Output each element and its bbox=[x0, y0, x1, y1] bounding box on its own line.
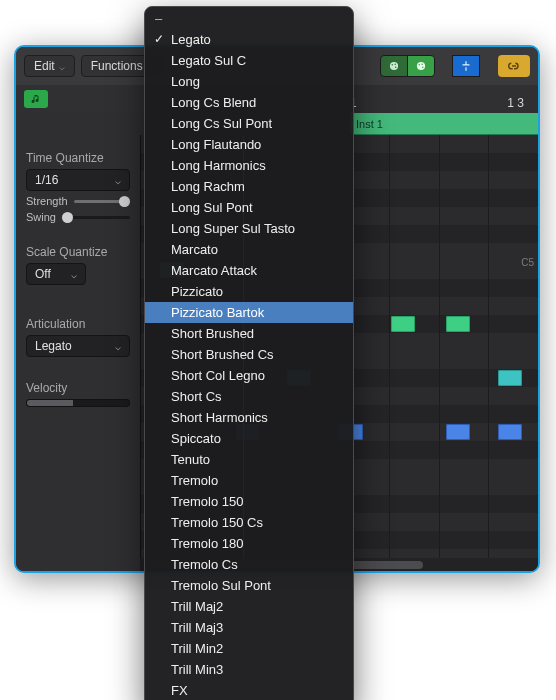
articulation-option[interactable]: Long Cs Sul Pont bbox=[145, 113, 353, 134]
articulation-option-label: Tremolo 150 Cs bbox=[171, 515, 263, 530]
collapse-icon[interactable]: – bbox=[145, 11, 353, 29]
svg-point-5 bbox=[418, 64, 420, 66]
edit-menu-button[interactable]: Edit ⌵ bbox=[24, 55, 75, 77]
midi-note[interactable] bbox=[446, 424, 470, 440]
svg-point-7 bbox=[422, 66, 424, 68]
tool-select-icon[interactable] bbox=[452, 55, 480, 77]
articulation-option[interactable]: Long Harmonics bbox=[145, 155, 353, 176]
velocity-slider[interactable] bbox=[26, 399, 130, 407]
articulation-option[interactable]: FX bbox=[145, 680, 353, 700]
articulation-option[interactable]: Pizzicato Bartok bbox=[145, 302, 353, 323]
articulation-option-label: Trill Maj2 bbox=[171, 599, 223, 614]
articulation-option-label: Pizzicato bbox=[171, 284, 223, 299]
articulation-option[interactable]: Long Rachm bbox=[145, 176, 353, 197]
articulation-option-label: Spiccato bbox=[171, 431, 221, 446]
articulation-option[interactable]: Tremolo bbox=[145, 470, 353, 491]
svg-point-6 bbox=[421, 63, 423, 65]
check-icon: ✓ bbox=[154, 30, 164, 49]
articulation-option-label: Short Cs bbox=[171, 389, 222, 404]
articulation-option-label: Long Flautando bbox=[171, 137, 261, 152]
functions-label: Functions bbox=[91, 59, 143, 73]
midi-note[interactable] bbox=[498, 424, 522, 440]
articulation-option-label: Short Brushed Cs bbox=[171, 347, 274, 362]
track-name: Inst 1 bbox=[356, 118, 383, 130]
articulation-option[interactable]: Tremolo Cs bbox=[145, 554, 353, 575]
edit-label: Edit bbox=[34, 59, 55, 73]
articulation-option[interactable]: Long bbox=[145, 71, 353, 92]
articulation-option[interactable]: Marcato Attack bbox=[145, 260, 353, 281]
articulation-value: Legato bbox=[35, 339, 72, 353]
palette-selected-icon[interactable] bbox=[407, 55, 435, 77]
articulation-option-label: Long Cs Sul Pont bbox=[171, 116, 272, 131]
swing-label: Swing bbox=[26, 211, 56, 223]
articulation-option[interactable]: Legato Sul C bbox=[145, 50, 353, 71]
ruler-bar: 1 3 bbox=[507, 96, 524, 110]
articulation-option[interactable]: Trill Min2 bbox=[145, 638, 353, 659]
articulation-option-label: FX bbox=[171, 683, 188, 698]
articulation-option[interactable]: Long Super Sul Tasto bbox=[145, 218, 353, 239]
articulation-option[interactable]: Tremolo 180 bbox=[145, 533, 353, 554]
articulation-option-label: Tenuto bbox=[171, 452, 210, 467]
articulation-option[interactable]: Tenuto bbox=[145, 449, 353, 470]
palette-icon[interactable] bbox=[380, 55, 408, 77]
time-quantize-label: Time Quantize bbox=[26, 151, 130, 165]
articulation-option[interactable]: Long Cs Blend bbox=[145, 92, 353, 113]
articulation-option-label: Long Cs Blend bbox=[171, 95, 256, 110]
articulation-label: Articulation bbox=[26, 317, 130, 331]
midi-note[interactable] bbox=[446, 316, 470, 332]
color-mode-toggle[interactable] bbox=[381, 55, 435, 77]
chevron-down-icon: ⌵ bbox=[115, 175, 121, 186]
swing-slider[interactable]: Swing bbox=[26, 211, 130, 223]
articulation-option-label: Long Rachm bbox=[171, 179, 245, 194]
articulation-option-label: Tremolo bbox=[171, 473, 218, 488]
region-header[interactable]: Inst 1 bbox=[350, 113, 538, 135]
articulation-option-label: Pizzicato Bartok bbox=[171, 305, 264, 320]
articulation-option[interactable]: Trill Min3 bbox=[145, 659, 353, 680]
articulation-option[interactable]: Short Col Legno bbox=[145, 365, 353, 386]
articulation-option-label: Short Col Legno bbox=[171, 368, 265, 383]
articulation-option-label: Tremolo 180 bbox=[171, 536, 244, 551]
svg-point-4 bbox=[417, 62, 425, 70]
articulation-option[interactable]: Tremolo 150 bbox=[145, 491, 353, 512]
articulation-option-label: Short Brushed bbox=[171, 326, 254, 341]
quantize-strength-slider[interactable]: Strength bbox=[26, 195, 130, 207]
articulation-option-label: Tremolo Cs bbox=[171, 557, 238, 572]
articulation-option[interactable]: Pizzicato bbox=[145, 281, 353, 302]
articulation-option[interactable]: Short Cs bbox=[145, 386, 353, 407]
chevron-down-icon: ⌵ bbox=[59, 61, 65, 72]
chevron-down-icon: ⌵ bbox=[71, 269, 77, 280]
articulation-option[interactable]: Spiccato bbox=[145, 428, 353, 449]
articulation-option[interactable]: Trill Maj2 bbox=[145, 596, 353, 617]
svg-point-0 bbox=[390, 62, 398, 70]
articulation-option[interactable]: Tremolo 150 Cs bbox=[145, 512, 353, 533]
articulation-option[interactable]: Short Harmonics bbox=[145, 407, 353, 428]
articulation-option[interactable]: Marcato bbox=[145, 239, 353, 260]
articulation-option[interactable]: Tremolo Sul Pont bbox=[145, 575, 353, 596]
link-toggle[interactable] bbox=[498, 55, 530, 77]
scale-quantize-label: Scale Quantize bbox=[26, 245, 130, 259]
pitch-label-c5: C5 bbox=[521, 257, 534, 268]
articulation-option[interactable]: Long Sul Pont bbox=[145, 197, 353, 218]
articulation-option-label: Marcato Attack bbox=[171, 263, 257, 278]
svg-point-1 bbox=[391, 64, 393, 66]
articulation-option-label: Long Harmonics bbox=[171, 158, 266, 173]
midi-indicator-icon bbox=[24, 90, 48, 108]
articulation-option-label: Trill Min3 bbox=[171, 662, 223, 677]
articulation-option-label: Long bbox=[171, 74, 200, 89]
articulation-option[interactable]: Short Brushed bbox=[145, 323, 353, 344]
articulation-option[interactable]: Long Flautando bbox=[145, 134, 353, 155]
scale-quantize-select[interactable]: Off ⌵ bbox=[26, 263, 86, 285]
articulation-option[interactable]: ✓Legato bbox=[145, 29, 353, 50]
time-quantize-select[interactable]: 1/16 ⌵ bbox=[26, 169, 130, 191]
articulation-select[interactable]: Legato ⌵ bbox=[26, 335, 130, 357]
velocity-label: Velocity bbox=[26, 381, 130, 395]
articulation-option-label: Tremolo Sul Pont bbox=[171, 578, 271, 593]
articulation-dropdown[interactable]: – ✓LegatoLegato Sul CLongLong Cs BlendLo… bbox=[144, 6, 354, 700]
articulation-option-label: Tremolo 150 bbox=[171, 494, 244, 509]
midi-note[interactable] bbox=[498, 370, 522, 386]
articulation-option[interactable]: Short Brushed Cs bbox=[145, 344, 353, 365]
tool-group[interactable] bbox=[453, 55, 480, 77]
articulation-option-label: Legato Sul C bbox=[171, 53, 246, 68]
midi-note[interactable] bbox=[391, 316, 415, 332]
articulation-option[interactable]: Trill Maj3 bbox=[145, 617, 353, 638]
